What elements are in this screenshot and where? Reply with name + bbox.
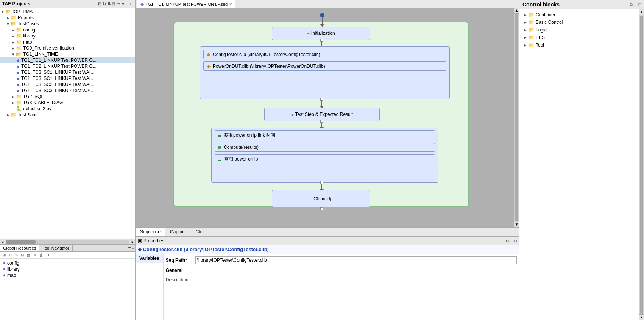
right-tree-tool[interactable]: ► 📁 Tool xyxy=(522,41,636,49)
sidebar-icon-5[interactable]: ▭ xyxy=(116,2,120,6)
tree-item-tc3-sc2[interactable]: ◆ TG1_TC3_SC2_LINKUP Test WAI... xyxy=(0,81,135,87)
folder-icon-iop-pma: 📂 xyxy=(5,9,11,14)
toolbar-btn-2[interactable]: ↻ xyxy=(8,253,13,258)
arrow-container: ► xyxy=(523,12,529,17)
toolbar-btn-5[interactable]: ▦ xyxy=(26,253,31,258)
sidebar-bottom-toolbar: ⊞ ↻ ⇅ ⊟ ▦ ✎ 🗑 ↺ xyxy=(0,252,135,259)
tab-capture[interactable]: Capture xyxy=(165,228,191,236)
arrow-tg3: ► xyxy=(11,101,16,105)
project-tree: ▼ 📂 IOP_PMA ► 📁 Reports ▼ 📂 TestCases xyxy=(0,8,135,239)
right-panel-title: Control blocks xyxy=(522,2,560,8)
tree-item-tg1[interactable]: ▼ 📂 TG1_LINK_TIME xyxy=(0,51,135,57)
toolbar-btn-8[interactable]: ↺ xyxy=(45,253,50,258)
right-tree-container[interactable]: ► 📁 Container xyxy=(522,11,636,19)
prop-row-seqpath: Seq Path* xyxy=(166,256,517,264)
bottom-tab-controls: ─ □ xyxy=(127,245,135,251)
props-icon-1[interactable]: ⧉ xyxy=(506,239,509,244)
seq-path-input[interactable] xyxy=(195,256,517,264)
init-section-box[interactable]: ◆ ConfigTester.clib (\library\IOPTester\… xyxy=(200,46,450,99)
right-tree-basic-control[interactable]: ► 📁 Basic Control xyxy=(522,19,636,26)
tab-ctc[interactable]: Ctc xyxy=(191,228,207,236)
toolbar-btn-4[interactable]: ⊟ xyxy=(20,253,25,258)
diagram-canvas[interactable]: ▲ ▼ ≡ Initialization xyxy=(136,8,519,227)
tree-item-tg3[interactable]: ► 📁 TG3_CABLE_DIAG xyxy=(0,100,135,106)
arrow-tc1: ◆ xyxy=(17,58,21,62)
tree-item-defaultset[interactable]: 🐍 defaultset2.py xyxy=(0,106,135,112)
node-initialization[interactable]: ≡ Initialization xyxy=(272,27,370,40)
sidebar-scrollbar[interactable]: ◄ ► xyxy=(0,239,135,244)
tree-item-tc2[interactable]: ◆ TG1_TC2_LINKUP Test POWER O... xyxy=(0,63,135,69)
tree-item-tc3-sc1a[interactable]: ◆ TG1_TC3_SC1_LINKUP Test WAI... xyxy=(0,69,135,75)
tree-item-tc3-sc3[interactable]: ◆ TG1_TC3_SC3_LINKUP Test WAI... xyxy=(0,87,135,94)
right-panel-icon-2[interactable]: ─ xyxy=(634,2,637,7)
diagram-tab-main[interactable]: ◆ TG1_TC1_LINKUP Test POWER ON LP.seq ✕ xyxy=(137,0,235,8)
node-draw-power[interactable]: ☰ 画图 power on lp xyxy=(215,154,435,164)
right-scroll-up[interactable]: ▲ xyxy=(639,9,644,15)
tree-label-defaultset: defaultset2.py xyxy=(23,106,51,111)
global-res-config[interactable]: ✦ config xyxy=(2,260,134,266)
scroll-left-btn[interactable]: ◄ xyxy=(0,240,5,244)
global-res-library-label: library xyxy=(7,267,20,272)
bottom-tab-min[interactable]: ─ xyxy=(128,245,131,251)
sidebar-icon-1[interactable]: ⊞ xyxy=(98,2,101,6)
tab-global-resources[interactable]: Global Resources xyxy=(0,245,39,251)
scroll-right-btn[interactable]: ► xyxy=(130,240,135,244)
sq-conn-2 xyxy=(320,98,323,101)
sidebar-icon-2[interactable]: ↻ xyxy=(103,2,106,6)
tree-item-testcases[interactable]: ▼ 📂 TestCases xyxy=(0,21,135,27)
sidebar-icon-4[interactable]: ⊟ xyxy=(112,2,115,6)
toolbar-btn-7[interactable]: 🗑 xyxy=(38,253,44,258)
tree-item-tg2[interactable]: ► 📁 TG2_SQI xyxy=(0,94,135,100)
global-res-map[interactable]: ✦ map xyxy=(2,272,134,278)
toolbar-btn-6[interactable]: ✎ xyxy=(32,253,37,258)
right-panel-icon-1[interactable]: ⧉ xyxy=(630,2,633,7)
sidebar-icon-3[interactable]: ⇅ xyxy=(107,2,111,6)
props-icon-2[interactable]: ─ xyxy=(510,239,513,244)
right-panel-icon-3[interactable]: □ xyxy=(638,2,641,7)
props-icon-3[interactable]: □ xyxy=(514,239,517,244)
node-config-tester[interactable]: ◆ ConfigTester.clib (\library\IOPTester\… xyxy=(203,50,446,59)
tab-variables[interactable]: Variables xyxy=(136,254,163,263)
sidebar-icon-8[interactable]: □ xyxy=(130,2,133,6)
sq-conn-5 xyxy=(320,207,323,210)
entry-dot xyxy=(320,13,324,17)
right-tree-ees[interactable]: ► 📁 EES xyxy=(522,34,636,41)
node-test-step[interactable]: ≡ Test Step & Expected Result xyxy=(264,108,380,121)
scroll-up-btn[interactable]: ▲ xyxy=(514,8,519,14)
tab-tool-navigator[interactable]: Tool Navigator xyxy=(39,245,72,251)
node-get-power[interactable]: ☰ 获取power on lp link 时间 xyxy=(215,130,435,140)
tree-item-iop-pma[interactable]: ▼ 📂 IOP_PMA xyxy=(0,9,135,15)
right-tree-basic-control-label: Basic Control xyxy=(536,20,563,25)
tab-sequence[interactable]: Sequence xyxy=(136,228,165,236)
test-step-icon: ≡ xyxy=(291,112,293,117)
tree-item-tc3-sc1b[interactable]: ◆ TG1_TC3_SC1_LINKUP Test WAI... xyxy=(0,75,135,81)
tab-close-btn[interactable]: ✕ xyxy=(229,2,232,6)
tree-item-tg0[interactable]: ► 📁 TG0_Premise verification xyxy=(0,45,135,51)
arrow-tc3sc2: ◆ xyxy=(17,83,21,87)
toolbar-btn-1[interactable]: ⊞ xyxy=(2,253,7,258)
node-cleanup[interactable]: ≡ Clean Up xyxy=(272,190,370,207)
properties-expand-icon[interactable]: ▣ xyxy=(138,238,142,244)
tree-item-reports[interactable]: ► 📁 Reports xyxy=(0,15,135,21)
tree-item-tc1[interactable]: ◆ TG1_TC1_LINKUP Test POWER O... xyxy=(0,57,135,63)
tree-item-library[interactable]: ► 📁 library xyxy=(0,33,135,39)
sidebar-icon-6[interactable]: ▼ xyxy=(121,2,125,6)
global-res-library[interactable]: ✦ library xyxy=(2,266,134,272)
node-power-on-dut[interactable]: ◆ PowerOnDUT.clib (\library\IOPTester\Po… xyxy=(203,61,446,71)
toolbar-btn-3[interactable]: ⇅ xyxy=(14,253,19,258)
sidebar-scrollbar-thumb[interactable] xyxy=(6,240,36,244)
right-panel-scrollbar[interactable]: ▲ ▼ xyxy=(639,9,644,320)
bottom-tab-max[interactable]: □ xyxy=(132,245,134,251)
right-scroll-down[interactable]: ▼ xyxy=(639,314,644,320)
node-compute[interactable]: ⊞ Compute(results) xyxy=(215,143,435,152)
tree-item-testplans[interactable]: ► 📁 TestPlans xyxy=(0,112,135,118)
scroll-thumb-v[interactable] xyxy=(515,14,518,221)
right-tree-logic[interactable]: ► 📁 Logic xyxy=(522,26,636,34)
scroll-down-btn[interactable]: ▼ xyxy=(514,222,519,227)
tree-item-config[interactable]: ► 📁 config xyxy=(0,27,135,33)
tree-item-map[interactable]: ► 📁 map xyxy=(0,39,135,45)
test-step-section-box[interactable]: ☰ 获取power on lp link 时间 ⊞ Compute(result… xyxy=(211,128,438,183)
right-scroll-thumb[interactable] xyxy=(640,16,643,314)
sidebar-icon-7[interactable]: ─ xyxy=(126,2,129,6)
global-res-config-label: config xyxy=(7,261,19,266)
